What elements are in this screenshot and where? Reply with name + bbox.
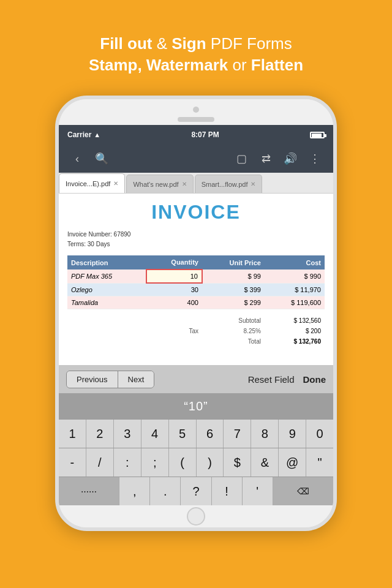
key-7[interactable]: 7 xyxy=(224,420,251,448)
summary-subtotal: Subtotal $ 132,560 xyxy=(67,315,325,326)
row2-cost: $ 11,970 xyxy=(265,283,325,296)
key-colon[interactable]: : xyxy=(114,448,141,477)
tab-whatsnew-close[interactable]: ✕ xyxy=(182,181,187,187)
more-icon[interactable]: ⋮ xyxy=(303,146,327,171)
toolbar-right: ▢ ⇄ 🔊 ⋮ xyxy=(229,146,327,171)
home-button[interactable] xyxy=(187,507,205,526)
header-stamp: Stamp, Watermark xyxy=(89,56,228,74)
key-4[interactable]: 4 xyxy=(141,420,169,448)
key-dollar[interactable]: $ xyxy=(224,448,251,477)
key-8[interactable]: 8 xyxy=(251,420,279,448)
col-cost: Cost xyxy=(265,255,325,270)
next-button[interactable]: Next xyxy=(118,371,154,388)
key-question[interactable]: ? xyxy=(181,477,211,505)
col-qty: Quantity xyxy=(146,255,202,270)
subtotal-value: $ 132,560 xyxy=(265,315,325,326)
invoice-table: Description Quantity Unit Price Cost PDF… xyxy=(67,255,325,347)
invoice-number-label: Invoice Number: xyxy=(67,231,114,238)
reset-field-button[interactable]: Reset Field xyxy=(248,374,295,385)
key-2[interactable]: 2 xyxy=(86,420,114,448)
carrier-label: Carrier xyxy=(67,130,91,139)
row1-cost: $ 990 xyxy=(265,270,325,283)
header-pdf-forms: PDF Forms xyxy=(206,34,292,53)
tab-invoice[interactable]: Invoice...E).pdf ✕ xyxy=(59,173,125,193)
tab-whatsnew[interactable]: What's new.pdf ✕ xyxy=(126,175,193,193)
row3-qty[interactable]: 400 xyxy=(146,296,202,309)
header-or: or xyxy=(228,56,251,74)
status-bar: Carrier ▲ 8:07 PM xyxy=(59,125,333,145)
tab-smartflow[interactable]: Smart...flow.pdf ✕ xyxy=(195,175,263,193)
input-display: “10” xyxy=(59,393,333,419)
tab-smartflow-close[interactable]: ✕ xyxy=(251,181,255,187)
battery-icon xyxy=(310,132,325,138)
tax-label: Tax xyxy=(146,326,202,336)
key-rparen[interactable]: ) xyxy=(197,448,224,477)
tab-invoice-label: Invoice...E).pdf xyxy=(66,180,110,187)
header-sign: Sign xyxy=(172,34,206,53)
row3-desc: Tamalida xyxy=(67,296,146,309)
back-button[interactable]: ‹ xyxy=(65,146,89,171)
tabs-bar: Invoice...E).pdf ✕ What's new.pdf ✕ Smar… xyxy=(59,173,333,194)
row3-price: $ 299 xyxy=(202,296,265,309)
key-quote[interactable]: " xyxy=(306,448,333,477)
key-more[interactable]: ⋯⋯ xyxy=(59,477,119,505)
wifi-icon: ▲ xyxy=(94,131,100,138)
text-icon[interactable]: ⇄ xyxy=(254,146,278,171)
phone-top xyxy=(59,99,333,125)
key-period[interactable]: . xyxy=(150,477,181,505)
key-0[interactable]: 0 xyxy=(306,420,333,448)
numpad-row-1: 1 2 3 4 5 6 7 8 9 0 xyxy=(59,419,333,448)
row1-qty[interactable]: 10 xyxy=(146,270,202,283)
key-minus[interactable]: - xyxy=(59,448,86,477)
previous-button[interactable]: Previous xyxy=(67,371,118,388)
nav-btn-group: Previous Next xyxy=(66,371,154,388)
camera xyxy=(193,107,199,113)
crop-icon[interactable]: ▢ xyxy=(229,146,254,171)
tab-invoice-close[interactable]: ✕ xyxy=(113,180,118,187)
summary-total: Total $ 132,760 xyxy=(67,336,325,347)
key-amp[interactable]: & xyxy=(251,448,279,477)
key-apostrophe[interactable]: ' xyxy=(243,477,273,505)
volume-icon[interactable]: 🔊 xyxy=(278,146,303,171)
table-row: Tamalida 400 $ 299 $ 119,600 xyxy=(67,296,325,309)
table-row: PDF Max 365 10 $ 99 $ 990 xyxy=(67,270,325,283)
key-slash[interactable]: / xyxy=(86,448,114,477)
search-button[interactable]: 🔍 xyxy=(89,146,114,171)
invoice-number-value: 67890 xyxy=(114,231,131,238)
phone-bottom xyxy=(59,505,333,527)
done-button[interactable]: Done xyxy=(303,374,326,385)
row2-price: $ 399 xyxy=(202,283,265,296)
header-and: & xyxy=(152,34,172,53)
tax-rate: 8.25% xyxy=(202,326,265,336)
header-flatten: Flatten xyxy=(251,56,303,74)
key-at[interactable]: @ xyxy=(279,448,306,477)
key-6[interactable]: 6 xyxy=(197,420,224,448)
app-toolbar: ‹ 🔍 ▢ ⇄ 🔊 ⋮ xyxy=(59,145,333,173)
spacer-row xyxy=(67,309,325,315)
tab-smartflow-label: Smart...flow.pdf xyxy=(202,181,248,188)
time-display: 8:07 PM xyxy=(191,130,219,139)
input-value: “10” xyxy=(184,399,208,413)
key-lparen[interactable]: ( xyxy=(169,448,197,477)
row1-price: $ 99 xyxy=(202,270,265,283)
key-3[interactable]: 3 xyxy=(114,420,141,448)
speaker xyxy=(178,117,214,122)
key-semicolon[interactable]: ; xyxy=(141,448,169,477)
invoice-title: INVOICE xyxy=(67,201,325,224)
numpad-row-2: - / : ; ( ) $ & @ " xyxy=(59,448,333,477)
carrier-info: Carrier ▲ xyxy=(67,130,100,139)
total-label: Total xyxy=(202,336,265,347)
row3-cost: $ 119,600 xyxy=(265,296,325,309)
key-exclaim[interactable]: ! xyxy=(212,477,243,505)
key-delete[interactable]: ⌫ xyxy=(273,477,333,505)
numpad-row-3: ⋯⋯ , . ? ! ' ⌫ xyxy=(59,477,333,505)
row2-qty[interactable]: 30 xyxy=(146,283,202,296)
key-5[interactable]: 5 xyxy=(169,420,197,448)
document-content: INVOICE Invoice Number: 67890 Terms: 30 … xyxy=(59,194,333,365)
key-comma[interactable]: , xyxy=(119,477,150,505)
tax-value: $ 200 xyxy=(265,326,325,336)
col-price: Unit Price xyxy=(202,255,265,270)
key-1[interactable]: 1 xyxy=(59,420,86,448)
key-9[interactable]: 9 xyxy=(279,420,306,448)
col-desc: Description xyxy=(67,255,146,270)
